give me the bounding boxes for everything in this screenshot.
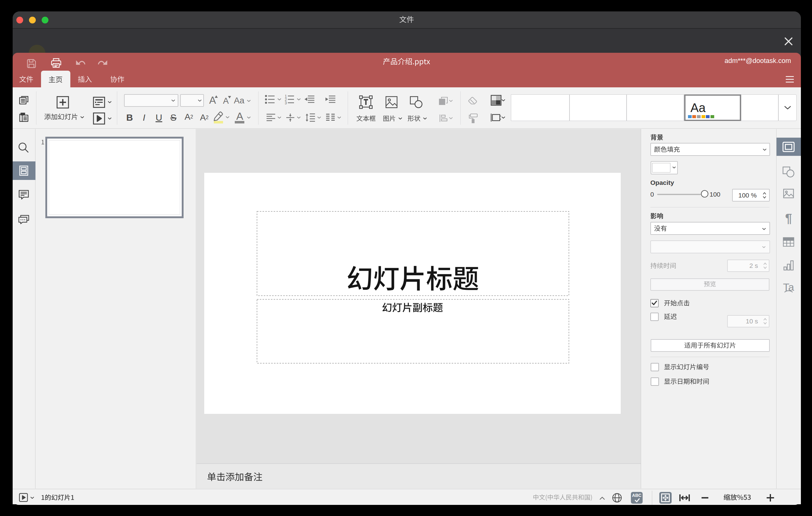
svg-text:3: 3 (285, 101, 287, 105)
